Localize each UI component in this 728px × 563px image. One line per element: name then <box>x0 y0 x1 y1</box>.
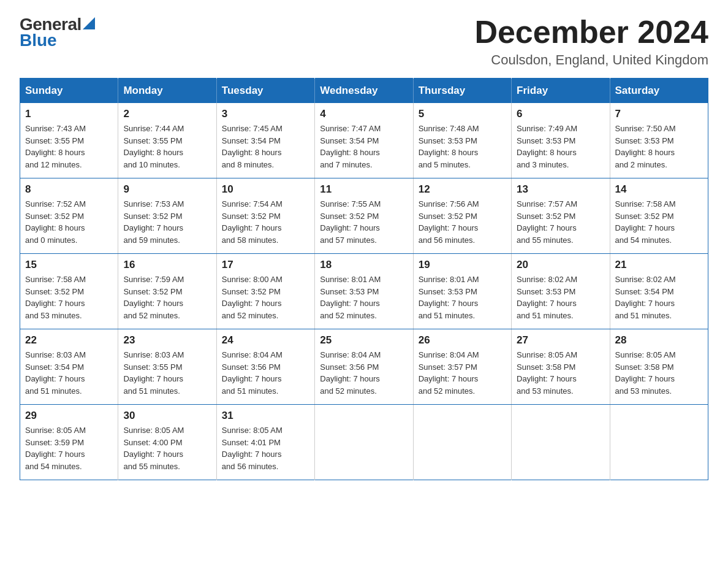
calendar-week-row: 8Sunrise: 7:52 AM Sunset: 3:52 PM Daylig… <box>20 178 708 254</box>
calendar-title: December 2024 <box>474 15 708 50</box>
day-info: Sunrise: 8:05 AM Sunset: 4:00 PM Dayligh… <box>123 424 211 472</box>
column-header-thursday: Thursday <box>413 79 511 104</box>
calendar-cell <box>315 405 413 480</box>
day-info: Sunrise: 8:01 AM Sunset: 3:53 PM Dayligh… <box>419 274 506 321</box>
calendar-cell <box>413 405 511 480</box>
day-info: Sunrise: 7:57 AM Sunset: 3:52 PM Dayligh… <box>517 198 604 246</box>
day-info: Sunrise: 7:58 AM Sunset: 3:52 PM Dayligh… <box>615 198 703 246</box>
day-number: 17 <box>222 259 309 271</box>
calendar-cell: 21Sunrise: 8:02 AM Sunset: 3:54 PM Dayli… <box>610 254 708 329</box>
logo-blue: Blue <box>20 31 57 50</box>
day-info: Sunrise: 7:59 AM Sunset: 3:52 PM Dayligh… <box>123 274 211 321</box>
day-number: 28 <box>615 334 703 347</box>
calendar-cell: 14Sunrise: 7:58 AM Sunset: 3:52 PM Dayli… <box>610 178 708 254</box>
column-header-sunday: Sunday <box>20 79 118 104</box>
day-info: Sunrise: 8:00 AM Sunset: 3:52 PM Dayligh… <box>222 274 309 321</box>
day-info: Sunrise: 8:04 AM Sunset: 3:56 PM Dayligh… <box>222 349 309 397</box>
page-header: General Blue December 2024 Coulsdon, Eng… <box>20 15 708 68</box>
day-number: 29 <box>25 410 113 422</box>
column-header-wednesday: Wednesday <box>315 79 413 104</box>
column-header-saturday: Saturday <box>610 79 708 104</box>
svg-marker-0 <box>83 17 95 29</box>
day-info: Sunrise: 8:02 AM Sunset: 3:54 PM Dayligh… <box>615 274 703 321</box>
calendar-cell: 25Sunrise: 8:04 AM Sunset: 3:56 PM Dayli… <box>315 329 413 405</box>
day-number: 9 <box>123 183 211 196</box>
day-number: 1 <box>25 108 113 120</box>
calendar-cell: 27Sunrise: 8:05 AM Sunset: 3:58 PM Dayli… <box>512 329 610 405</box>
column-header-tuesday: Tuesday <box>216 79 314 104</box>
calendar-cell <box>512 405 610 480</box>
calendar-cell: 19Sunrise: 8:01 AM Sunset: 3:53 PM Dayli… <box>413 254 511 329</box>
calendar-cell: 3Sunrise: 7:45 AM Sunset: 3:54 PM Daylig… <box>216 103 314 178</box>
day-number: 6 <box>517 108 604 120</box>
calendar-cell: 24Sunrise: 8:04 AM Sunset: 3:56 PM Dayli… <box>216 329 314 405</box>
day-info: Sunrise: 7:56 AM Sunset: 3:52 PM Dayligh… <box>419 198 506 246</box>
day-number: 22 <box>25 334 113 347</box>
calendar-cell: 8Sunrise: 7:52 AM Sunset: 3:52 PM Daylig… <box>20 178 118 254</box>
day-info: Sunrise: 7:48 AM Sunset: 3:53 PM Dayligh… <box>419 123 506 170</box>
calendar-cell: 12Sunrise: 7:56 AM Sunset: 3:52 PM Dayli… <box>413 178 511 254</box>
calendar-week-row: 1Sunrise: 7:43 AM Sunset: 3:55 PM Daylig… <box>20 103 708 178</box>
day-info: Sunrise: 7:49 AM Sunset: 3:53 PM Dayligh… <box>517 123 604 170</box>
calendar-cell: 22Sunrise: 8:03 AM Sunset: 3:54 PM Dayli… <box>20 329 118 405</box>
day-info: Sunrise: 7:54 AM Sunset: 3:52 PM Dayligh… <box>222 198 309 246</box>
day-number: 3 <box>222 108 309 120</box>
day-info: Sunrise: 8:01 AM Sunset: 3:53 PM Dayligh… <box>320 274 408 321</box>
day-info: Sunrise: 8:05 AM Sunset: 3:58 PM Dayligh… <box>517 349 604 397</box>
calendar-cell: 6Sunrise: 7:49 AM Sunset: 3:53 PM Daylig… <box>512 103 610 178</box>
day-info: Sunrise: 8:02 AM Sunset: 3:53 PM Dayligh… <box>517 274 604 321</box>
calendar-cell: 11Sunrise: 7:55 AM Sunset: 3:52 PM Dayli… <box>315 178 413 254</box>
day-number: 18 <box>320 259 408 271</box>
day-number: 30 <box>123 410 211 422</box>
day-info: Sunrise: 8:03 AM Sunset: 3:54 PM Dayligh… <box>25 349 113 397</box>
day-number: 12 <box>419 183 506 196</box>
day-info: Sunrise: 7:53 AM Sunset: 3:52 PM Dayligh… <box>123 198 211 246</box>
day-number: 5 <box>419 108 506 120</box>
calendar-table: SundayMondayTuesdayWednesdayThursdayFrid… <box>20 78 708 480</box>
calendar-cell: 10Sunrise: 7:54 AM Sunset: 3:52 PM Dayli… <box>216 178 314 254</box>
logo-triangle-icon <box>83 17 95 29</box>
day-number: 4 <box>320 108 408 120</box>
calendar-week-row: 15Sunrise: 7:58 AM Sunset: 3:52 PM Dayli… <box>20 254 708 329</box>
calendar-cell: 5Sunrise: 7:48 AM Sunset: 3:53 PM Daylig… <box>413 103 511 178</box>
calendar-cell: 26Sunrise: 8:04 AM Sunset: 3:57 PM Dayli… <box>413 329 511 405</box>
day-info: Sunrise: 8:05 AM Sunset: 4:01 PM Dayligh… <box>222 424 309 472</box>
day-number: 31 <box>222 410 309 422</box>
day-number: 7 <box>615 108 703 120</box>
day-info: Sunrise: 7:58 AM Sunset: 3:52 PM Dayligh… <box>25 274 113 321</box>
calendar-header-row: SundayMondayTuesdayWednesdayThursdayFrid… <box>20 79 708 104</box>
day-number: 11 <box>320 183 408 196</box>
calendar-cell: 20Sunrise: 8:02 AM Sunset: 3:53 PM Dayli… <box>512 254 610 329</box>
day-info: Sunrise: 8:04 AM Sunset: 3:57 PM Dayligh… <box>419 349 506 397</box>
calendar-week-row: 22Sunrise: 8:03 AM Sunset: 3:54 PM Dayli… <box>20 329 708 405</box>
day-info: Sunrise: 7:44 AM Sunset: 3:55 PM Dayligh… <box>123 123 211 170</box>
day-number: 20 <box>517 259 604 271</box>
calendar-cell: 7Sunrise: 7:50 AM Sunset: 3:53 PM Daylig… <box>610 103 708 178</box>
day-number: 25 <box>320 334 408 347</box>
day-info: Sunrise: 7:43 AM Sunset: 3:55 PM Dayligh… <box>25 123 113 170</box>
calendar-cell: 28Sunrise: 8:05 AM Sunset: 3:58 PM Dayli… <box>610 329 708 405</box>
day-number: 24 <box>222 334 309 347</box>
day-number: 19 <box>419 259 506 271</box>
day-number: 16 <box>123 259 211 271</box>
column-header-monday: Monday <box>118 79 216 104</box>
day-number: 23 <box>123 334 211 347</box>
logo: General Blue <box>20 15 95 50</box>
day-number: 27 <box>517 334 604 347</box>
calendar-cell: 4Sunrise: 7:47 AM Sunset: 3:54 PM Daylig… <box>315 103 413 178</box>
calendar-cell <box>610 405 708 480</box>
calendar-cell: 23Sunrise: 8:03 AM Sunset: 3:55 PM Dayli… <box>118 329 216 405</box>
calendar-cell: 30Sunrise: 8:05 AM Sunset: 4:00 PM Dayli… <box>118 405 216 480</box>
title-area: December 2024 Coulsdon, England, United … <box>474 15 708 68</box>
calendar-cell: 1Sunrise: 7:43 AM Sunset: 3:55 PM Daylig… <box>20 103 118 178</box>
day-info: Sunrise: 7:55 AM Sunset: 3:52 PM Dayligh… <box>320 198 408 246</box>
calendar-subtitle: Coulsdon, England, United Kingdom <box>474 52 708 68</box>
day-number: 13 <box>517 183 604 196</box>
day-info: Sunrise: 7:52 AM Sunset: 3:52 PM Dayligh… <box>25 198 113 246</box>
calendar-cell: 17Sunrise: 8:00 AM Sunset: 3:52 PM Dayli… <box>216 254 314 329</box>
calendar-cell: 2Sunrise: 7:44 AM Sunset: 3:55 PM Daylig… <box>118 103 216 178</box>
calendar-cell: 16Sunrise: 7:59 AM Sunset: 3:52 PM Dayli… <box>118 254 216 329</box>
day-info: Sunrise: 8:04 AM Sunset: 3:56 PM Dayligh… <box>320 349 408 397</box>
day-number: 21 <box>615 259 703 271</box>
column-header-friday: Friday <box>512 79 610 104</box>
